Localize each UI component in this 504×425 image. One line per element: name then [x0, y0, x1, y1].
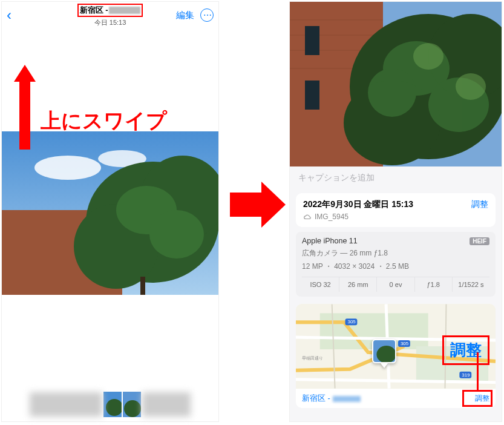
metadata-card: 2022年9月30日 金曜日 15:13 IMG_5945 調整: [296, 193, 496, 227]
date-label: 2022年9月30日 金曜日 15:13: [303, 199, 471, 210]
location-pin-icon: [372, 339, 396, 368]
nav-title: 新宿区 - 今日 15:13: [62, 4, 159, 27]
photo-info-screen: キャプションを追加 2022年9月30日 金曜日 15:13 IMG_5945 …: [289, 1, 502, 422]
location-map-card: 305 305 319 早稲田通り 調整 新宿区 - 調整: [296, 304, 496, 408]
more-menu-icon[interactable]: ⋯: [200, 8, 214, 22]
svg-point-1: [34, 156, 101, 180]
svg-point-9: [149, 210, 204, 259]
exif-ev: 0 ev: [377, 277, 414, 292]
lens-label: 広角カメラ — 26 mm ƒ1.8: [302, 248, 489, 259]
route-shield: 305: [347, 319, 356, 325]
main-photo[interactable]: [2, 131, 218, 295]
nav-title-location-framed: 新宿区 -: [77, 4, 143, 17]
camera-info-card: Apple iPhone 11 HEIF 広角カメラ — 26 mm ƒ1.8 …: [296, 232, 496, 297]
nav-subtitle: 今日 15:13: [62, 18, 159, 27]
specs-label: 12 MP ・ 4032 × 3024 ・ 2.5 MB: [302, 262, 489, 272]
nav-bar: ‹ 新宿区 - 今日 15:13 編集 ⋯: [2, 2, 218, 28]
annotation-frame: [462, 390, 493, 407]
route-shield: 305: [401, 341, 409, 346]
exif-focal: 26 mm: [339, 277, 377, 292]
redacted-text: [109, 7, 140, 14]
svg-point-29: [413, 43, 443, 70]
route-shield: 319: [462, 372, 470, 378]
main-photo[interactable]: [290, 2, 502, 166]
svg-point-30: [456, 73, 486, 100]
photos-detail-screen: ‹ 新宿区 - 今日 15:13 編集 ⋯ 上にスワイプ: [1, 1, 219, 422]
caption-input[interactable]: キャプションを追加: [290, 166, 502, 189]
svg-rect-10: [140, 277, 145, 295]
exif-grid: ISO 32 26 mm 0 ev ƒ1.8 1/1522 s: [302, 277, 489, 292]
adjust-highlight-box[interactable]: 調整: [442, 335, 489, 365]
nav-actions: 編集 ⋯: [176, 8, 214, 22]
swipe-up-arrow-icon: [16, 65, 33, 150]
back-chevron-icon[interactable]: ‹: [7, 7, 11, 24]
exif-iso: ISO 32: [302, 277, 339, 292]
swipe-hint-text: 上にスワイプ: [41, 107, 167, 135]
filename-label: IMG_5945: [315, 212, 349, 221]
svg-rect-22: [305, 81, 319, 110]
swipe-hint-area: 上にスワイプ: [2, 28, 218, 131]
svg-rect-21: [305, 26, 319, 55]
annotation-connector: [477, 352, 479, 390]
edit-button[interactable]: 編集: [176, 10, 194, 21]
exif-aperture: ƒ1.8: [415, 277, 453, 292]
map-location-link[interactable]: 新宿区 -: [302, 393, 361, 404]
device-label: Apple iPhone 11: [302, 237, 358, 245]
map-view[interactable]: 305 305 319 早稲田通り 調整: [296, 304, 496, 389]
thumb-blurred: [142, 392, 191, 417]
adjust-button[interactable]: 調整: [471, 199, 488, 210]
thumb-blurred: [30, 392, 102, 417]
format-badge: HEIF: [470, 237, 489, 245]
location-text: 新宿区 -: [80, 5, 108, 16]
thumbnail-strip[interactable]: [2, 390, 218, 419]
svg-point-14: [124, 400, 141, 417]
cloud-icon: [303, 212, 312, 221]
svg-point-28: [368, 68, 416, 117]
redacted-text: [333, 396, 361, 402]
exif-shutter: 1/1522 s: [453, 277, 489, 292]
thumb-item[interactable]: [123, 392, 141, 417]
road-label: 早稲田通り: [302, 356, 323, 361]
thumb-item[interactable]: [103, 392, 122, 417]
transition-arrow-icon: [230, 182, 286, 228]
file-row: IMG_5945: [303, 212, 471, 221]
